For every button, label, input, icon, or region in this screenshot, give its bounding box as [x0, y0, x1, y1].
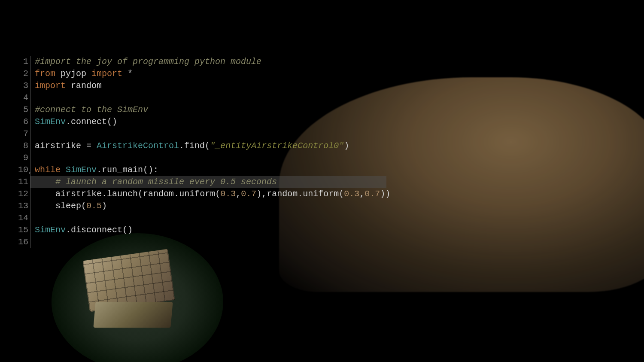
code-content[interactable]: #import the joy of programming python mo… — [30, 56, 261, 68]
code-token — [35, 177, 55, 187]
vehicle-chassis — [93, 302, 173, 328]
code-token: () — [107, 117, 117, 127]
code-line[interactable]: 1#import the joy of programming python m… — [13, 56, 399, 68]
code-line[interactable]: 10▾while SimEnv.run_main(): — [13, 164, 399, 176]
code-token: pyjop — [61, 69, 86, 79]
code-content[interactable]: airstrike.launch(random.uniform(0.3,0.7)… — [30, 188, 390, 200]
code-content[interactable]: import random — [30, 80, 102, 92]
code-line[interactable]: 11 # launch a random missile every 0.5 s… — [13, 176, 399, 188]
code-token: sleep — [55, 201, 81, 211]
line-number: 14 — [13, 212, 30, 224]
code-token: ( — [339, 189, 344, 199]
code-token: . — [174, 189, 179, 199]
code-token — [61, 165, 66, 175]
code-content[interactable]: sleep(0.5) — [30, 200, 107, 212]
code-token: find — [184, 141, 205, 151]
line-number: 5 — [13, 104, 30, 116]
code-token: . — [102, 189, 107, 199]
code-line[interactable]: 9 — [13, 152, 399, 164]
code-token: random — [143, 189, 174, 199]
code-line[interactable]: 5#connect to the SimEnv — [13, 104, 399, 116]
code-content[interactable]: airstrike = AirstrikeControl.find("_enti… — [30, 140, 349, 152]
code-line[interactable]: 4 — [13, 92, 399, 104]
code-token: SimEnv — [35, 225, 66, 235]
code-token: random — [71, 81, 102, 91]
code-token: "_entityAirstrikeControl0" — [210, 141, 344, 151]
line-number: 15 — [13, 224, 30, 236]
code-content[interactable]: #connect to the SimEnv — [30, 104, 148, 116]
code-token — [86, 69, 91, 79]
line-number: 6 — [13, 116, 30, 128]
code-token: * — [128, 69, 133, 79]
code-content[interactable] — [30, 152, 35, 164]
code-token: SimEnv — [66, 165, 97, 175]
code-token: # launch a random missile every 0.5 seco… — [55, 177, 277, 187]
code-token: airstrike — [35, 141, 81, 151]
line-number: 7 — [13, 128, 30, 140]
code-content[interactable]: # launch a random missile every 0.5 seco… — [30, 176, 277, 188]
code-token: )) — [380, 189, 390, 199]
code-token: . — [66, 117, 71, 127]
code-token: disconnect — [71, 225, 122, 235]
code-token: 0.5 — [86, 201, 102, 211]
code-content[interactable]: from pyjop import * — [30, 68, 133, 80]
code-line[interactable]: 14 — [13, 212, 399, 224]
code-token: ( — [215, 189, 220, 199]
line-number: 4 — [13, 92, 30, 104]
code-token: launch — [107, 189, 138, 199]
code-token: airstrike — [55, 189, 102, 199]
line-number: 3 — [13, 80, 30, 92]
code-token: . — [97, 165, 102, 175]
code-token: (): — [143, 165, 158, 175]
code-token — [66, 81, 71, 91]
code-token: ( — [138, 189, 143, 199]
code-token: . — [66, 225, 71, 235]
code-token: while — [35, 165, 61, 175]
code-token: , — [359, 189, 365, 199]
code-token: ) — [344, 141, 349, 151]
line-number: 11 — [13, 176, 30, 188]
code-token: , — [236, 189, 241, 199]
code-line[interactable]: 15SimEnv.disconnect() — [13, 224, 399, 236]
code-line[interactable]: 8airstrike = AirstrikeControl.find("_ent… — [13, 140, 399, 152]
code-token: run_main — [102, 165, 143, 175]
code-token: random — [267, 189, 298, 199]
code-token: #connect to the SimEnv — [35, 105, 148, 115]
code-token: from — [35, 69, 55, 79]
code-token: ) — [102, 201, 107, 211]
code-token: () — [122, 225, 133, 235]
line-number: 10▾ — [13, 164, 30, 176]
code-line[interactable]: 13 sleep(0.5) — [13, 200, 399, 212]
code-content[interactable] — [30, 92, 35, 104]
code-line[interactable]: 2from pyjop import * — [13, 68, 399, 80]
code-token: SimEnv — [35, 117, 66, 127]
code-content[interactable]: SimEnv.disconnect() — [30, 224, 133, 236]
code-editor[interactable]: 1#import the joy of programming python m… — [13, 56, 399, 248]
code-token: import — [35, 81, 66, 91]
code-token: 0.7 — [365, 189, 380, 199]
line-number: 2 — [13, 68, 30, 80]
code-content[interactable]: SimEnv.connect() — [30, 116, 117, 128]
code-token — [35, 189, 55, 199]
code-token: uniform — [179, 189, 215, 199]
code-line[interactable]: 12 airstrike.launch(random.uniform(0.3,0… — [13, 188, 399, 200]
code-token — [122, 69, 128, 79]
missile-launcher-vehicle — [77, 242, 189, 336]
code-content[interactable] — [30, 128, 35, 140]
code-token — [35, 201, 55, 211]
code-line[interactable]: 7 — [13, 128, 399, 140]
code-token: = — [81, 141, 97, 151]
code-line[interactable]: 6SimEnv.connect() — [13, 116, 399, 128]
code-line[interactable]: 16 — [13, 236, 399, 248]
code-content[interactable] — [30, 212, 35, 224]
line-number: 1 — [13, 56, 30, 68]
code-token: . — [298, 189, 303, 199]
line-number: 8 — [13, 140, 30, 152]
line-number: 16 — [13, 236, 30, 248]
code-token: connect — [71, 117, 107, 127]
code-content[interactable] — [30, 236, 35, 248]
code-token: AirstrikeControl — [97, 141, 179, 151]
code-token: import — [91, 69, 122, 79]
code-line[interactable]: 3import random — [13, 80, 399, 92]
code-content[interactable]: while SimEnv.run_main(): — [30, 164, 158, 176]
